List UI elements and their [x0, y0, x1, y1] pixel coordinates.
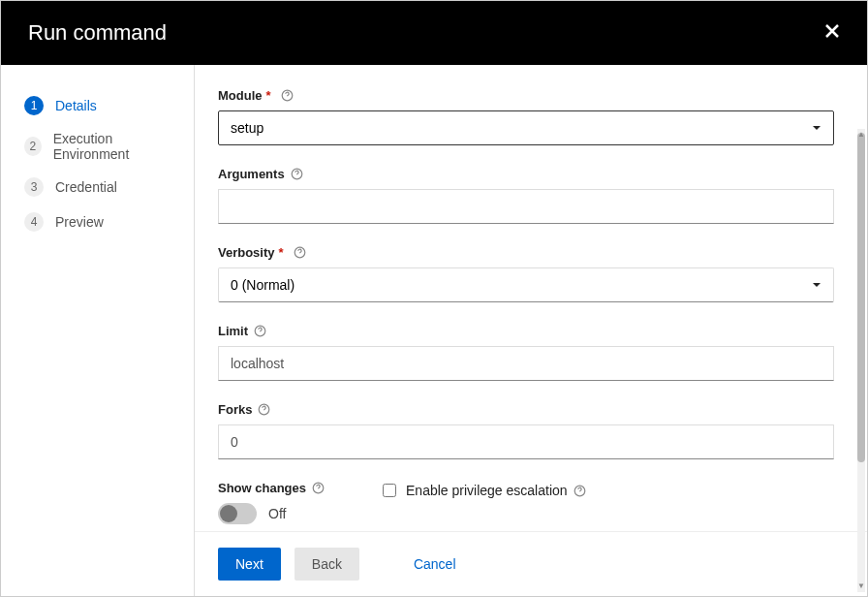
modal-title: Run command — [28, 20, 167, 46]
field-limit: Limit — [218, 324, 834, 381]
toggle-state-label: Off — [268, 506, 286, 521]
help-icon[interactable] — [574, 485, 586, 497]
wizard-steps-sidebar: 1 Details 2 Execution Environment 3 Cred… — [1, 65, 195, 596]
help-icon[interactable] — [294, 246, 306, 259]
step-details[interactable]: 1 Details — [18, 88, 182, 123]
verbosity-value: 0 (Normal) — [231, 277, 294, 293]
limit-label: Limit — [218, 324, 248, 338]
wizard-footer: Next Back Cancel — [195, 531, 867, 596]
step-credential[interactable]: 3 Credential — [18, 170, 182, 204]
scrollbar-thumb[interactable] — [857, 133, 865, 462]
step-number: 1 — [24, 96, 44, 115]
verbosity-label: Verbosity — [218, 245, 275, 260]
enable-privilege-checkbox[interactable] — [383, 484, 396, 497]
chevron-down-icon — [812, 120, 822, 136]
help-icon[interactable] — [254, 325, 266, 337]
limit-input[interactable] — [218, 346, 834, 381]
close-icon[interactable] — [824, 23, 840, 43]
arguments-input[interactable] — [218, 189, 834, 224]
modal-header: Run command — [1, 1, 867, 65]
field-arguments: Arguments — [218, 167, 834, 224]
step-label: Details — [55, 98, 97, 113]
module-select[interactable]: setup — [218, 110, 834, 145]
module-value: setup — [231, 120, 264, 136]
help-icon[interactable] — [312, 482, 325, 494]
field-show-changes: Show changes Off — [218, 481, 325, 524]
field-row-changes-priv: Show changes Off Enable privilege — [218, 481, 834, 524]
step-label: Preview — [55, 214, 104, 230]
show-changes-label: Show changes — [218, 481, 306, 495]
enable-privilege-label: Enable privilege escalation — [406, 483, 568, 498]
step-label: Execution Environment — [53, 131, 176, 162]
forks-label: Forks — [218, 402, 252, 417]
forks-input[interactable] — [218, 424, 834, 459]
scroll-down-arrow[interactable]: ▼ — [857, 581, 865, 590]
step-number: 2 — [24, 137, 42, 156]
module-label: Module — [218, 88, 263, 103]
help-icon[interactable] — [281, 89, 294, 102]
chevron-down-icon — [812, 277, 822, 293]
required-indicator: * — [266, 88, 271, 103]
field-enable-privilege: Enable privilege escalation — [383, 483, 586, 498]
help-icon[interactable] — [258, 403, 270, 416]
step-number: 3 — [24, 177, 44, 197]
step-preview[interactable]: 4 Preview — [18, 204, 182, 239]
arguments-label: Arguments — [218, 167, 285, 181]
step-execution-environment[interactable]: 2 Execution Environment — [18, 123, 182, 170]
required-indicator: * — [279, 245, 284, 260]
field-forks: Forks — [218, 402, 834, 459]
toggle-knob — [220, 505, 237, 522]
field-verbosity: Verbosity * 0 (Normal) — [218, 245, 834, 302]
next-button[interactable]: Next — [218, 548, 281, 581]
field-module: Module * setup — [218, 88, 834, 145]
step-number: 4 — [24, 212, 44, 232]
back-button[interactable]: Back — [294, 548, 359, 581]
scroll-up-arrow[interactable]: ▲ — [857, 130, 865, 139]
form-panel: Module * setup Arguments — [195, 65, 867, 531]
cancel-button[interactable]: Cancel — [396, 548, 474, 581]
verbosity-select[interactable]: 0 (Normal) — [218, 267, 834, 302]
help-icon[interactable] — [291, 168, 303, 180]
step-label: Credential — [55, 179, 117, 195]
show-changes-toggle[interactable] — [218, 503, 257, 524]
